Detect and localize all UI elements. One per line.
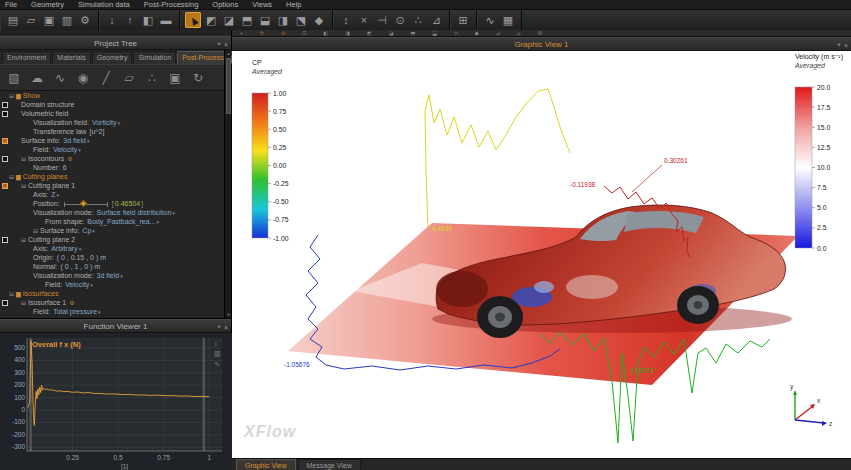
expander-icon[interactable]: ⊟: [21, 237, 26, 243]
select-cursor-icon[interactable]: ▲: [185, 12, 201, 28]
tree-row-field[interactable]: Field:Total pressure▾: [0, 307, 225, 316]
view-tool-3-icon[interactable]: ⊙: [281, 31, 285, 36]
chevron-down-icon[interactable]: ▾: [172, 210, 175, 216]
fv-curves-icon[interactable]: ∿: [214, 360, 220, 367]
pin-icon[interactable]: ⌖: [217, 40, 221, 48]
viewport-3d[interactable]: CPAveraged1.000.750.500.250.00-0.25-0.50…: [232, 51, 851, 458]
view-tool-13-icon[interactable]: ⊿: [496, 31, 500, 36]
tree-value[interactable]: Vorticity: [92, 119, 117, 126]
checkbox[interactable]: [2, 102, 8, 108]
scroll-down-icon[interactable]: ▼: [225, 312, 232, 317]
expander-icon[interactable]: ⊟: [33, 228, 38, 234]
expander-icon[interactable]: ⊟: [9, 291, 14, 297]
checkbox[interactable]: ✓: [2, 138, 8, 144]
wrench-tool-icon[interactable]: ⊣: [374, 12, 390, 28]
view-tool-11-icon[interactable]: ◇: [454, 31, 458, 36]
tab-geometry[interactable]: Geometry: [92, 51, 133, 64]
pt-streamlines-icon[interactable]: ∿: [50, 68, 70, 88]
checkbox[interactable]: [2, 156, 8, 162]
menu-simulation-data[interactable]: Simulation data: [78, 0, 130, 9]
new-file-icon[interactable]: ▤: [5, 12, 21, 28]
gear-icon[interactable]: ⚙: [69, 300, 74, 306]
tree-value[interactable]: Surface field distribution: [97, 209, 172, 216]
chevron-down-icon[interactable]: ▾: [98, 309, 101, 315]
expander-icon[interactable]: ⊟: [21, 300, 26, 306]
magnifier-tool-icon[interactable]: ⊙: [392, 12, 408, 28]
pt-volumetric-icon[interactable]: ☁: [27, 68, 47, 88]
chevron-down-icon[interactable]: ▾: [117, 120, 120, 126]
checkbox[interactable]: ✓: [2, 183, 8, 189]
tab-materials[interactable]: Materials: [52, 51, 90, 64]
data-grid-icon[interactable]: ⊞: [455, 12, 471, 28]
view-tool-1-icon[interactable]: +: [240, 31, 243, 36]
slider-handle[interactable]: [80, 200, 87, 207]
pin-icon[interactable]: ⌖: [837, 41, 841, 49]
tree-value[interactable]: 3d field: [63, 137, 86, 144]
ruler-tool-icon[interactable]: ⊿: [428, 12, 444, 28]
scrollbar-thumb[interactable]: [226, 58, 231, 114]
tab-environment[interactable]: Environment: [2, 51, 51, 64]
menu-options[interactable]: Options: [212, 0, 238, 9]
chevron-down-icon[interactable]: ▾: [92, 228, 95, 234]
tree-value[interactable]: Velocity: [65, 281, 89, 288]
view-tool-2-icon[interactable]: ↻: [260, 31, 264, 36]
cube-faces-icon[interactable]: ◪: [221, 12, 237, 28]
view-tool-7-icon[interactable]: ◩: [367, 31, 372, 36]
view-tool-8-icon[interactable]: ◪: [389, 31, 394, 36]
tree-value[interactable]: Arbitrary: [51, 245, 77, 252]
expander-icon[interactable]: ⊟: [21, 156, 26, 162]
position-slider[interactable]: [64, 204, 108, 205]
view-tool-12-icon[interactable]: ◆: [475, 31, 479, 36]
menu-geometry[interactable]: Geometry: [31, 0, 64, 9]
delete-tool-icon[interactable]: ×: [356, 12, 372, 28]
save-icon[interactable]: ▣: [41, 12, 57, 28]
tree-row-visualization-field[interactable]: Visualization field:Vorticity▾: [0, 118, 225, 127]
expander-icon[interactable]: ⊟: [21, 183, 26, 189]
pt-show-icon[interactable]: ▧: [4, 68, 24, 88]
tab-message-view[interactable]: Message View: [298, 459, 361, 470]
chevron-down-icon[interactable]: ▾: [90, 282, 93, 288]
view-tool-14-icon[interactable]: ▱: [517, 31, 521, 36]
view-tool-10-icon[interactable]: ⬓: [432, 31, 437, 36]
chevron-down-icon[interactable]: ▾: [56, 192, 59, 198]
pt-plane-icon[interactable]: ▱: [119, 68, 139, 88]
tree-row-isocontours[interactable]: ⊟Isocontours⚙: [0, 154, 225, 163]
fv-zoom-icon[interactable]: ↕: [214, 340, 218, 347]
view-tool-6-icon[interactable]: ◨: [345, 31, 350, 36]
open-folder-icon[interactable]: ▱: [23, 12, 39, 28]
fv-grid-icon[interactable]: ▥: [214, 350, 221, 357]
tree-row-origin[interactable]: Origin:( 0 , 0.15 , 0 ) m: [0, 253, 225, 262]
tree-row-axis[interactable]: Axis:Z▾: [0, 190, 225, 199]
probe-tool-icon[interactable]: ∴: [410, 12, 426, 28]
cube-clip-icon[interactable]: ⬒: [239, 12, 255, 28]
function-viewer-plot[interactable]: 5004003002001000-100-200-3000.250.50.751…: [0, 333, 232, 470]
range-marker[interactable]: [203, 338, 205, 451]
pt-camera-icon[interactable]: ▣: [165, 68, 185, 88]
cube-shaded-icon[interactable]: ◩: [203, 12, 219, 28]
gear-icon[interactable]: ⚙: [67, 156, 72, 162]
import-down-icon[interactable]: ↓: [104, 12, 120, 28]
expander-icon[interactable]: ⊟: [9, 93, 14, 99]
pt-point-icon[interactable]: ◉: [73, 68, 93, 88]
cube-section-icon[interactable]: ⬔: [293, 12, 309, 28]
pin-icon[interactable]: ⌖: [217, 323, 221, 331]
snapshot-bar-icon[interactable]: ▬: [158, 12, 174, 28]
tree-value[interactable]: Body_Fastback_rea...: [87, 218, 155, 225]
tab-simulation[interactable]: Simulation: [133, 51, 176, 64]
close-icon[interactable]: ×: [224, 41, 228, 48]
cube-refresh-icon[interactable]: ◨: [275, 12, 291, 28]
menu-post-processing[interactable]: Post-Processing: [144, 0, 199, 9]
tree-row-show[interactable]: ⊟▆Show: [0, 91, 225, 100]
tree-value[interactable]: Velocity: [53, 146, 77, 153]
pt-refresh-icon[interactable]: ↻: [188, 68, 208, 88]
cube-rotate-icon[interactable]: ⬓: [257, 12, 273, 28]
view-tool-15-icon[interactable]: ⚙: [538, 31, 542, 36]
menu-views[interactable]: Views: [252, 0, 272, 9]
tree-value[interactable]: Z: [51, 191, 55, 198]
chevron-down-icon[interactable]: ▾: [120, 273, 123, 279]
save-as-icon[interactable]: ▥: [59, 12, 75, 28]
tab-graphic-view[interactable]: Graphic View: [236, 459, 296, 470]
menu-file[interactable]: File: [5, 0, 17, 9]
expander-icon[interactable]: ⊟: [9, 174, 14, 180]
tree-row-axis[interactable]: Axis:Arbitrary▾: [0, 244, 225, 253]
